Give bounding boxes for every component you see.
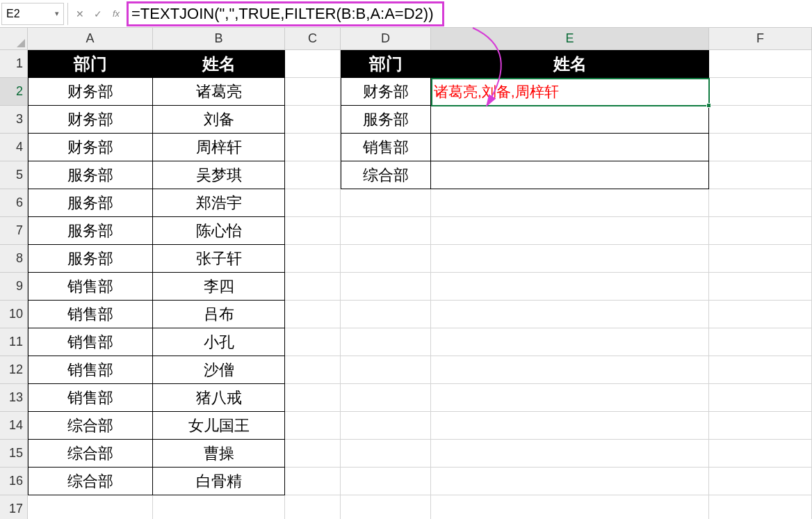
row-header-2[interactable]: 2	[0, 78, 28, 106]
cell-D1[interactable]: 部门	[341, 50, 431, 78]
cell-C13[interactable]	[285, 384, 341, 412]
cell-A4[interactable]: 财务部	[28, 134, 153, 161]
cell-C5[interactable]	[285, 161, 341, 189]
row-header-6[interactable]: 6	[0, 189, 28, 217]
cell-F13[interactable]	[709, 384, 812, 412]
col-header-F[interactable]: F	[709, 28, 812, 50]
cell-D10[interactable]	[341, 301, 431, 328]
cell-D11[interactable]	[341, 328, 431, 356]
cell-C1[interactable]	[285, 50, 341, 78]
row-header-17[interactable]: 17	[0, 495, 28, 519]
cell-D6[interactable]	[341, 189, 431, 217]
cell-F11[interactable]	[709, 328, 812, 356]
cell-E14[interactable]	[431, 412, 709, 440]
cells-area[interactable]: 部门 姓名 部门 姓名 财务部 诸葛亮 财务部 诸葛亮,刘备,周梓轩 财务部 刘…	[28, 50, 812, 519]
cell-A2[interactable]: 财务部	[28, 78, 153, 106]
cell-D9[interactable]	[341, 273, 431, 301]
cell-B12[interactable]: 沙僧	[153, 356, 285, 384]
row-header-4[interactable]: 4	[0, 134, 28, 161]
row-header-8[interactable]: 8	[0, 245, 28, 273]
cell-F16[interactable]	[709, 468, 812, 495]
cell-E8[interactable]	[431, 245, 709, 273]
cell-A12[interactable]: 销售部	[28, 356, 153, 384]
cell-B6[interactable]: 郑浩宇	[153, 189, 285, 217]
cell-F8[interactable]	[709, 245, 812, 273]
cell-E16[interactable]	[431, 468, 709, 495]
cell-F9[interactable]	[709, 273, 812, 301]
row-header-7[interactable]: 7	[0, 217, 28, 245]
name-box[interactable]: E2 ▾	[1, 3, 64, 25]
cell-F15[interactable]	[709, 440, 812, 468]
cell-C9[interactable]	[285, 273, 341, 301]
cell-B11[interactable]: 小孔	[153, 328, 285, 356]
cell-C3[interactable]	[285, 106, 341, 134]
cell-A10[interactable]: 销售部	[28, 301, 153, 328]
cell-C15[interactable]	[285, 440, 341, 468]
cell-B8[interactable]: 张子轩	[153, 245, 285, 273]
cell-C4[interactable]	[285, 134, 341, 161]
cell-B3[interactable]: 刘备	[153, 106, 285, 134]
cell-B16[interactable]: 白骨精	[153, 468, 285, 495]
cell-A15[interactable]: 综合部	[28, 440, 153, 468]
cell-B4[interactable]: 周梓轩	[153, 134, 285, 161]
fx-icon[interactable]: fx	[107, 8, 125, 19]
cell-A5[interactable]: 服务部	[28, 161, 153, 189]
cell-B1[interactable]: 姓名	[153, 50, 285, 78]
cell-C11[interactable]	[285, 328, 341, 356]
confirm-icon[interactable]: ✓	[89, 3, 107, 25]
cell-A11[interactable]: 销售部	[28, 328, 153, 356]
cell-A1[interactable]: 部门	[28, 50, 153, 78]
cell-E9[interactable]	[431, 273, 709, 301]
cell-B14[interactable]: 女儿国王	[153, 412, 285, 440]
cell-B17[interactable]	[153, 495, 285, 519]
cell-D8[interactable]	[341, 245, 431, 273]
cell-B7[interactable]: 陈心怡	[153, 217, 285, 245]
cell-E3[interactable]	[431, 106, 709, 134]
cell-B2[interactable]: 诸葛亮	[153, 78, 285, 106]
cell-B15[interactable]: 曹操	[153, 440, 285, 468]
cell-C7[interactable]	[285, 217, 341, 245]
row-header-12[interactable]: 12	[0, 356, 28, 384]
cell-D12[interactable]	[341, 356, 431, 384]
cell-D17[interactable]	[341, 495, 431, 519]
cell-D13[interactable]	[341, 384, 431, 412]
cell-E13[interactable]	[431, 384, 709, 412]
cell-A8[interactable]: 服务部	[28, 245, 153, 273]
select-all-corner[interactable]	[0, 28, 28, 50]
cell-F2[interactable]	[709, 78, 812, 106]
cell-E5[interactable]	[431, 161, 709, 189]
cell-D5[interactable]: 综合部	[341, 161, 431, 189]
cell-F7[interactable]	[709, 217, 812, 245]
col-header-C[interactable]: C	[285, 28, 341, 50]
cell-A14[interactable]: 综合部	[28, 412, 153, 440]
cell-E4[interactable]	[431, 134, 709, 161]
cell-F1[interactable]	[709, 50, 812, 78]
cell-D15[interactable]	[341, 440, 431, 468]
row-header-14[interactable]: 14	[0, 412, 28, 440]
cell-F6[interactable]	[709, 189, 812, 217]
row-header-15[interactable]: 15	[0, 440, 28, 468]
cell-F12[interactable]	[709, 356, 812, 384]
cell-E17[interactable]	[431, 495, 709, 519]
cell-C16[interactable]	[285, 468, 341, 495]
cell-E12[interactable]	[431, 356, 709, 384]
cell-C2[interactable]	[285, 78, 341, 106]
cell-A3[interactable]: 财务部	[28, 106, 153, 134]
cell-E7[interactable]	[431, 217, 709, 245]
cell-F4[interactable]	[709, 134, 812, 161]
cancel-icon[interactable]: ✕	[71, 3, 89, 25]
cell-F17[interactable]	[709, 495, 812, 519]
cell-D7[interactable]	[341, 217, 431, 245]
cell-C8[interactable]	[285, 245, 341, 273]
cell-E6[interactable]	[431, 189, 709, 217]
fill-handle[interactable]	[706, 103, 711, 108]
cell-C17[interactable]	[285, 495, 341, 519]
row-header-10[interactable]: 10	[0, 301, 28, 328]
cell-D3[interactable]: 服务部	[341, 106, 431, 134]
cell-C10[interactable]	[285, 301, 341, 328]
cell-D2[interactable]: 财务部	[341, 78, 431, 106]
row-header-1[interactable]: 1	[0, 50, 28, 78]
cell-A7[interactable]: 服务部	[28, 217, 153, 245]
cell-D14[interactable]	[341, 412, 431, 440]
cell-B5[interactable]: 吴梦琪	[153, 161, 285, 189]
